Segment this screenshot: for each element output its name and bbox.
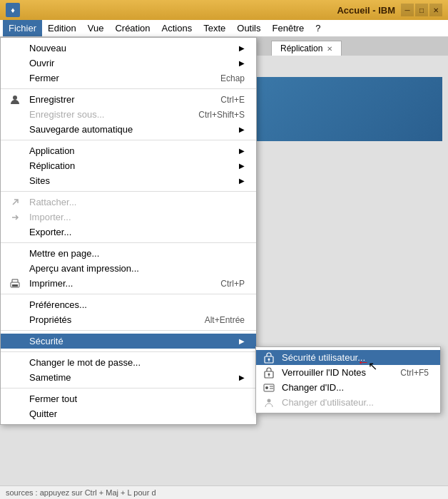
- sametime-label: Sametime: [29, 372, 71, 383]
- verrouiller-id-label: Verrouiller l'ID Notes: [282, 367, 366, 378]
- menu-exporter[interactable]: Exporter...: [1, 225, 256, 240]
- menu-quitter[interactable]: Quitter: [1, 406, 256, 421]
- changer-id-label: Changer d'ID...: [282, 382, 344, 393]
- title-bar: ♦ Accueil - IBM ─ □ ✕: [0, 0, 448, 20]
- verrouiller-id-shortcut: Ctrl+F5: [386, 368, 429, 378]
- replication-label: Réplication: [29, 160, 75, 171]
- replication-tab[interactable]: Réplication ✕: [271, 41, 342, 56]
- menu-changer-mdp[interactable]: Changer le mot de passe...: [1, 355, 256, 370]
- exporter-label: Exporter...: [29, 227, 71, 237]
- separator-2: [1, 140, 256, 140]
- submenu-changer-id[interactable]: Changer d'ID...: [256, 380, 440, 395]
- security-submenu: Sécurité utilisateur... Verrouiller l'ID…: [255, 346, 441, 413]
- quitter-label: Quitter: [29, 408, 57, 419]
- mouse-cursor: ↖: [368, 359, 377, 373]
- menu-ouvrir[interactable]: Ouvrir ▶: [1, 56, 256, 71]
- enregistrer-sous-shortcut: Ctrl+Shift+S: [170, 110, 245, 120]
- menu-actions[interactable]: Actions: [156, 20, 198, 36]
- menu-apercu[interactable]: Aperçu avant impression...: [1, 261, 256, 276]
- menu-help[interactable]: ?: [310, 20, 326, 36]
- svg-point-7: [268, 373, 270, 375]
- menu-mise-en-page[interactable]: Mettre en page...: [1, 246, 256, 261]
- sametime-arrow: ▶: [239, 374, 245, 381]
- sites-arrow: ▶: [239, 177, 245, 185]
- menu-application[interactable]: Application ▶: [1, 143, 256, 158]
- file-dropdown-menu: Nouveau ▶ Ouvrir ▶ Fermer Echap Enregist…: [0, 37, 257, 425]
- menu-sametime[interactable]: Sametime ▶: [1, 370, 256, 385]
- separator-6: [1, 330, 256, 331]
- separator-5: [1, 294, 256, 294]
- separator-1: [1, 88, 256, 89]
- menu-bar: Fichier Edition Vue Création Actions Tex…: [0, 20, 448, 37]
- importer-icon: [6, 209, 24, 226]
- sauvegarde-auto-label: Sauvegarde automatique: [29, 124, 133, 135]
- rattacher-label: Rattacher...: [29, 197, 76, 207]
- proprietes-label: Propriétés: [29, 314, 71, 325]
- svg-point-13: [268, 398, 271, 402]
- fermer-label: Fermer: [29, 73, 59, 83]
- securite-arrow: ▶: [239, 337, 245, 345]
- svg-rect-2: [12, 284, 18, 287]
- replication-arrow: ▶: [239, 162, 245, 170]
- fermer-shortcut: Echap: [192, 73, 245, 83]
- enregistrer-sous-label: Enregistrer sous...: [29, 109, 105, 120]
- submenu-verrouiller-id[interactable]: Verrouiller l'ID Notes Ctrl+F5: [256, 365, 440, 380]
- status-text: sources : appuyez sur Ctrl + Maj + L pou…: [6, 488, 156, 497]
- separator-7: [1, 351, 256, 352]
- menu-texte[interactable]: Texte: [198, 20, 231, 36]
- window-title: Accueil - IBM: [337, 5, 395, 16]
- svg-point-4: [268, 358, 270, 360]
- separator-3: [1, 191, 256, 192]
- tab-close-icon[interactable]: ✕: [327, 45, 332, 53]
- menu-proprietes[interactable]: Propriétés Alt+Entrée: [1, 312, 256, 327]
- submenu-securite-utilisateur[interactable]: Sécurité utilisateur...: [256, 350, 440, 365]
- tab-label: Réplication: [280, 43, 322, 53]
- menu-fermer[interactable]: Fermer Echap: [1, 71, 256, 86]
- menu-sauvegarde-auto[interactable]: Sauvegarde automatique ▶: [1, 122, 256, 137]
- menu-fenetre[interactable]: Fenêtre: [267, 20, 310, 36]
- menu-preferences[interactable]: Préférences...: [1, 297, 256, 312]
- importer-label: Importer...: [29, 212, 71, 222]
- securite-utilisateur-label: Sécurité utilisateur...: [282, 352, 365, 363]
- menu-fermer-tout[interactable]: Fermer tout: [1, 391, 256, 406]
- menu-fichier[interactable]: Fichier: [3, 20, 42, 36]
- menu-rattacher: Rattacher...: [1, 195, 256, 210]
- menu-creation[interactable]: Création: [109, 20, 156, 36]
- app-icon: ♦: [6, 3, 20, 17]
- application-arrow: ▶: [239, 147, 245, 155]
- application-label: Application: [29, 145, 75, 156]
- enregistrer-icon: [6, 91, 24, 108]
- menu-enregistrer[interactable]: Enregistrer Ctrl+E: [1, 92, 256, 107]
- maximize-button[interactable]: □: [415, 4, 428, 16]
- close-button[interactable]: ✕: [429, 4, 442, 16]
- mise-en-page-label: Mettre en page...: [29, 248, 99, 259]
- minimize-button[interactable]: ─: [401, 4, 414, 16]
- menu-outils[interactable]: Outils: [231, 20, 266, 36]
- window-controls: ─ □ ✕: [401, 4, 442, 16]
- menu-nouveau[interactable]: Nouveau ▶: [1, 41, 256, 56]
- nouveau-label: Nouveau: [29, 43, 66, 53]
- enregistrer-shortcut: Ctrl+E: [192, 95, 245, 105]
- menu-imprimer[interactable]: Imprimer... Ctrl+P: [1, 276, 256, 291]
- menu-securite[interactable]: Sécurité ▶: [1, 334, 256, 349]
- proprietes-shortcut: Alt+Entrée: [176, 315, 245, 325]
- separator-8: [1, 388, 256, 389]
- sites-label: Sites: [29, 175, 50, 186]
- changer-utilisateur-label: Changer d'utilisateur...: [282, 397, 374, 408]
- sauvegarde-auto-arrow: ▶: [239, 125, 245, 133]
- imprimer-shortcut: Ctrl+P: [192, 279, 245, 289]
- menu-sites[interactable]: Sites ▶: [1, 173, 256, 188]
- changer-utilisateur-icon: [260, 394, 278, 411]
- menu-enregistrer-sous: Enregistrer sous... Ctrl+Shift+S: [1, 107, 256, 122]
- separator-4: [1, 242, 256, 243]
- imprimer-icon: [6, 275, 24, 292]
- fermer-tout-label: Fermer tout: [29, 393, 77, 404]
- menu-replication[interactable]: Réplication ▶: [1, 158, 256, 173]
- securite-label: Sécurité: [29, 336, 63, 346]
- submenu-changer-utilisateur: Changer d'utilisateur...: [256, 395, 440, 410]
- ouvrir-label: Ouvrir: [29, 58, 54, 68]
- menu-vue[interactable]: Vue: [82, 20, 110, 36]
- preferences-label: Préférences...: [29, 299, 87, 310]
- imprimer-label: Imprimer...: [29, 278, 73, 289]
- menu-edition[interactable]: Edition: [42, 20, 82, 36]
